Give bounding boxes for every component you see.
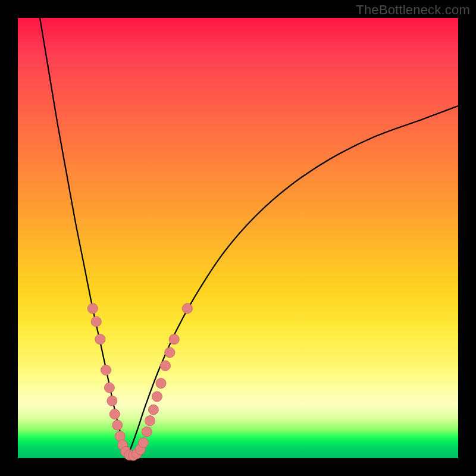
data-marker (91, 317, 101, 327)
data-marker (156, 378, 166, 389)
chart-frame: TheBottleneck.com (0, 0, 476, 476)
data-marker (95, 334, 105, 345)
data-marker (165, 347, 175, 358)
data-marker (109, 409, 120, 419)
data-marker (112, 420, 123, 430)
data-marker (160, 361, 170, 371)
data-marker (107, 396, 117, 406)
data-marker (87, 303, 98, 314)
plot-area (18, 18, 458, 458)
data-marker (169, 334, 179, 345)
data-marker (182, 303, 192, 314)
data-marker (101, 365, 111, 375)
data-marker (152, 392, 162, 402)
bottleneck-curve-left (40, 18, 128, 456)
watermark-text: TheBottleneck.com (356, 2, 470, 18)
data-marker (104, 383, 114, 393)
data-marker (148, 405, 158, 415)
data-marker (145, 416, 155, 426)
bottleneck-curve-right (128, 106, 458, 456)
curve-layer (18, 18, 458, 458)
data-marker (142, 427, 152, 437)
data-marker (138, 438, 148, 448)
marker-group (87, 303, 192, 461)
